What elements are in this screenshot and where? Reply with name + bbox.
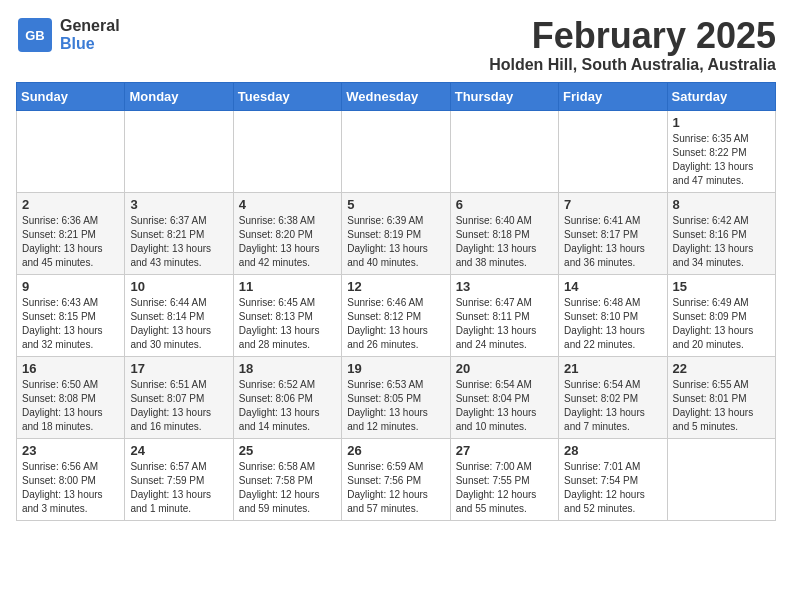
day-info: Sunrise: 6:52 AM Sunset: 8:06 PM Dayligh… [239,378,336,434]
day-info: Sunrise: 7:01 AM Sunset: 7:54 PM Dayligh… [564,460,661,516]
logo: GB General Blue [16,16,120,54]
day-number: 7 [564,197,661,212]
month-title: February 2025 [489,16,776,56]
calendar-cell: 8Sunrise: 6:42 AM Sunset: 8:16 PM Daylig… [667,192,775,274]
day-info: Sunrise: 6:58 AM Sunset: 7:58 PM Dayligh… [239,460,336,516]
calendar-cell: 20Sunrise: 6:54 AM Sunset: 8:04 PM Dayli… [450,356,558,438]
calendar-table: SundayMondayTuesdayWednesdayThursdayFrid… [16,82,776,521]
calendar-cell: 24Sunrise: 6:57 AM Sunset: 7:59 PM Dayli… [125,438,233,520]
title-block: February 2025 Holden Hill, South Austral… [489,16,776,74]
calendar-cell: 10Sunrise: 6:44 AM Sunset: 8:14 PM Dayli… [125,274,233,356]
day-number: 21 [564,361,661,376]
day-info: Sunrise: 6:44 AM Sunset: 8:14 PM Dayligh… [130,296,227,352]
day-number: 14 [564,279,661,294]
day-info: Sunrise: 6:40 AM Sunset: 8:18 PM Dayligh… [456,214,553,270]
day-info: Sunrise: 6:48 AM Sunset: 8:10 PM Dayligh… [564,296,661,352]
calendar-cell: 1Sunrise: 6:35 AM Sunset: 8:22 PM Daylig… [667,110,775,192]
day-info: Sunrise: 6:47 AM Sunset: 8:11 PM Dayligh… [456,296,553,352]
weekday-header-saturday: Saturday [667,82,775,110]
calendar-cell: 12Sunrise: 6:46 AM Sunset: 8:12 PM Dayli… [342,274,450,356]
day-info: Sunrise: 6:54 AM Sunset: 8:02 PM Dayligh… [564,378,661,434]
weekday-header-wednesday: Wednesday [342,82,450,110]
calendar-cell: 6Sunrise: 6:40 AM Sunset: 8:18 PM Daylig… [450,192,558,274]
calendar-cell: 3Sunrise: 6:37 AM Sunset: 8:21 PM Daylig… [125,192,233,274]
calendar-cell: 23Sunrise: 6:56 AM Sunset: 8:00 PM Dayli… [17,438,125,520]
week-row-3: 16Sunrise: 6:50 AM Sunset: 8:08 PM Dayli… [17,356,776,438]
day-info: Sunrise: 6:49 AM Sunset: 8:09 PM Dayligh… [673,296,770,352]
calendar-cell [450,110,558,192]
weekday-header-sunday: Sunday [17,82,125,110]
day-number: 27 [456,443,553,458]
day-number: 24 [130,443,227,458]
logo-icon: GB [16,16,54,54]
day-number: 12 [347,279,444,294]
day-number: 26 [347,443,444,458]
day-number: 23 [22,443,119,458]
calendar-cell: 22Sunrise: 6:55 AM Sunset: 8:01 PM Dayli… [667,356,775,438]
weekday-header-friday: Friday [559,82,667,110]
calendar-cell: 26Sunrise: 6:59 AM Sunset: 7:56 PM Dayli… [342,438,450,520]
day-info: Sunrise: 6:38 AM Sunset: 8:20 PM Dayligh… [239,214,336,270]
day-number: 13 [456,279,553,294]
calendar-cell [559,110,667,192]
day-info: Sunrise: 6:45 AM Sunset: 8:13 PM Dayligh… [239,296,336,352]
day-number: 19 [347,361,444,376]
day-info: Sunrise: 6:39 AM Sunset: 8:19 PM Dayligh… [347,214,444,270]
day-number: 18 [239,361,336,376]
calendar-cell: 18Sunrise: 6:52 AM Sunset: 8:06 PM Dayli… [233,356,341,438]
day-number: 10 [130,279,227,294]
day-number: 28 [564,443,661,458]
day-number: 15 [673,279,770,294]
svg-text:GB: GB [25,28,45,43]
week-row-1: 2Sunrise: 6:36 AM Sunset: 8:21 PM Daylig… [17,192,776,274]
calendar-cell: 16Sunrise: 6:50 AM Sunset: 8:08 PM Dayli… [17,356,125,438]
calendar-cell: 17Sunrise: 6:51 AM Sunset: 8:07 PM Dayli… [125,356,233,438]
day-number: 22 [673,361,770,376]
calendar-cell: 21Sunrise: 6:54 AM Sunset: 8:02 PM Dayli… [559,356,667,438]
day-number: 20 [456,361,553,376]
day-number: 3 [130,197,227,212]
day-number: 2 [22,197,119,212]
day-number: 11 [239,279,336,294]
logo-general: General [60,17,120,35]
weekday-header-monday: Monday [125,82,233,110]
day-number: 1 [673,115,770,130]
day-number: 8 [673,197,770,212]
day-info: Sunrise: 6:37 AM Sunset: 8:21 PM Dayligh… [130,214,227,270]
day-info: Sunrise: 6:51 AM Sunset: 8:07 PM Dayligh… [130,378,227,434]
page-header: GB General Blue February 2025 Holden Hil… [16,16,776,74]
day-info: Sunrise: 6:36 AM Sunset: 8:21 PM Dayligh… [22,214,119,270]
calendar-cell: 25Sunrise: 6:58 AM Sunset: 7:58 PM Dayli… [233,438,341,520]
day-number: 4 [239,197,336,212]
day-number: 17 [130,361,227,376]
day-info: Sunrise: 6:41 AM Sunset: 8:17 PM Dayligh… [564,214,661,270]
day-info: Sunrise: 7:00 AM Sunset: 7:55 PM Dayligh… [456,460,553,516]
day-info: Sunrise: 6:55 AM Sunset: 8:01 PM Dayligh… [673,378,770,434]
day-info: Sunrise: 6:42 AM Sunset: 8:16 PM Dayligh… [673,214,770,270]
day-number: 25 [239,443,336,458]
day-info: Sunrise: 6:50 AM Sunset: 8:08 PM Dayligh… [22,378,119,434]
day-number: 16 [22,361,119,376]
calendar-cell: 9Sunrise: 6:43 AM Sunset: 8:15 PM Daylig… [17,274,125,356]
calendar-cell [125,110,233,192]
weekday-header-thursday: Thursday [450,82,558,110]
calendar-cell [233,110,341,192]
calendar-cell: 5Sunrise: 6:39 AM Sunset: 8:19 PM Daylig… [342,192,450,274]
calendar-body: 1Sunrise: 6:35 AM Sunset: 8:22 PM Daylig… [17,110,776,520]
day-number: 9 [22,279,119,294]
day-info: Sunrise: 6:46 AM Sunset: 8:12 PM Dayligh… [347,296,444,352]
calendar-cell: 14Sunrise: 6:48 AM Sunset: 8:10 PM Dayli… [559,274,667,356]
day-number: 6 [456,197,553,212]
calendar-cell: 2Sunrise: 6:36 AM Sunset: 8:21 PM Daylig… [17,192,125,274]
day-info: Sunrise: 6:43 AM Sunset: 8:15 PM Dayligh… [22,296,119,352]
day-number: 5 [347,197,444,212]
weekday-header-tuesday: Tuesday [233,82,341,110]
week-row-0: 1Sunrise: 6:35 AM Sunset: 8:22 PM Daylig… [17,110,776,192]
weekday-header-row: SundayMondayTuesdayWednesdayThursdayFrid… [17,82,776,110]
calendar-cell: 7Sunrise: 6:41 AM Sunset: 8:17 PM Daylig… [559,192,667,274]
calendar-cell [17,110,125,192]
day-info: Sunrise: 6:54 AM Sunset: 8:04 PM Dayligh… [456,378,553,434]
day-info: Sunrise: 6:59 AM Sunset: 7:56 PM Dayligh… [347,460,444,516]
calendar-cell: 19Sunrise: 6:53 AM Sunset: 8:05 PM Dayli… [342,356,450,438]
logo-blue: Blue [60,35,120,53]
